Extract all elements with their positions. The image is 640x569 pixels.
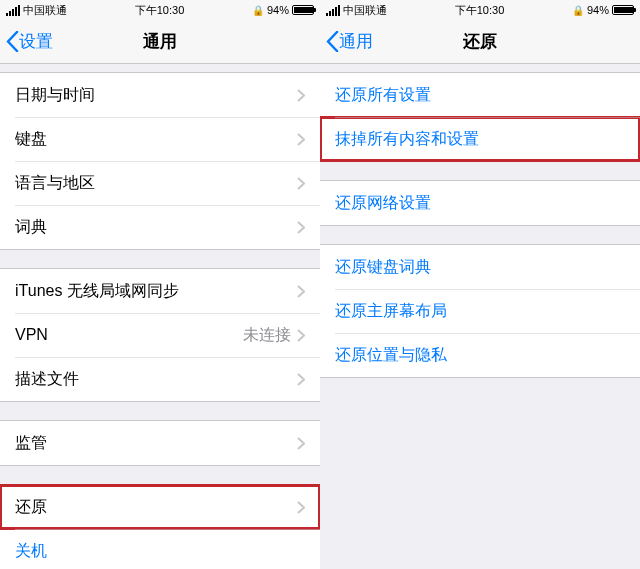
cell-reset-home-layout[interactable]: 还原主屏幕布局 [320, 289, 640, 333]
group-3: 监管 [0, 420, 320, 466]
lock-icon: 🔒 [252, 5, 264, 16]
nav-bar: 设置 通用 [0, 20, 320, 64]
cell-label: 日期与时间 [15, 85, 95, 106]
status-bar: 中国联通 下午10:30 🔒 94% [320, 0, 640, 20]
status-time: 下午10:30 [455, 3, 505, 18]
battery-icon [612, 5, 634, 15]
page-title: 通用 [143, 30, 177, 53]
signal-icon [6, 5, 20, 16]
group-2: 还原网络设置 [320, 180, 640, 226]
chevron-right-icon [297, 501, 305, 514]
cell-label: 词典 [15, 217, 47, 238]
cell-label: 还原键盘词典 [335, 257, 431, 278]
cell-regulatory[interactable]: 监管 [0, 421, 320, 465]
cell-label: 还原所有设置 [335, 85, 431, 106]
chevron-right-icon [297, 221, 305, 234]
group-4: 还原 关机 [0, 484, 320, 569]
chevron-right-icon [297, 177, 305, 190]
cell-label: 监管 [15, 433, 47, 454]
cell-label: VPN [15, 326, 48, 344]
chevron-right-icon [297, 133, 305, 146]
back-button[interactable]: 通用 [326, 30, 373, 53]
content: 还原所有设置 抹掉所有内容和设置 还原网络设置 还原键盘词典 还原主屏幕布局 还… [320, 64, 640, 569]
cell-label: 还原主屏幕布局 [335, 301, 447, 322]
carrier-label: 中国联通 [343, 3, 387, 18]
nav-bar: 通用 还原 [320, 20, 640, 64]
group-3: 还原键盘词典 还原主屏幕布局 还原位置与隐私 [320, 244, 640, 378]
cell-itunes-wifi-sync[interactable]: iTunes 无线局域网同步 [0, 269, 320, 313]
cell-reset-all-settings[interactable]: 还原所有设置 [320, 73, 640, 117]
cell-erase-all-content[interactable]: 抹掉所有内容和设置 [320, 117, 640, 161]
cell-label: 抹掉所有内容和设置 [335, 129, 479, 150]
back-label: 通用 [339, 30, 373, 53]
cell-reset-location-privacy[interactable]: 还原位置与隐私 [320, 333, 640, 377]
cell-label: 语言与地区 [15, 173, 95, 194]
cell-vpn[interactable]: VPN 未连接 [0, 313, 320, 357]
battery-pct: 94% [267, 4, 289, 16]
signal-icon [326, 5, 340, 16]
cell-shutdown[interactable]: 关机 [0, 529, 320, 569]
screen-reset: 中国联通 下午10:30 🔒 94% 通用 还原 还原所有设置 抹掉所有内容和设… [320, 0, 640, 569]
cell-label: 还原 [15, 497, 47, 518]
chevron-right-icon [297, 285, 305, 298]
cell-value: 未连接 [243, 325, 291, 346]
cell-reset-network[interactable]: 还原网络设置 [320, 181, 640, 225]
cell-dictionary[interactable]: 词典 [0, 205, 320, 249]
cell-label: 描述文件 [15, 369, 79, 390]
cell-label: iTunes 无线局域网同步 [15, 281, 179, 302]
cell-label: 还原网络设置 [335, 193, 431, 214]
back-label: 设置 [19, 30, 53, 53]
back-button[interactable]: 设置 [6, 30, 53, 53]
chevron-left-icon [6, 31, 19, 52]
chevron-right-icon [297, 329, 305, 342]
cell-language-region[interactable]: 语言与地区 [0, 161, 320, 205]
chevron-right-icon [297, 373, 305, 386]
cell-reset[interactable]: 还原 [0, 485, 320, 529]
cell-date-time[interactable]: 日期与时间 [0, 73, 320, 117]
lock-icon: 🔒 [572, 5, 584, 16]
cell-profile[interactable]: 描述文件 [0, 357, 320, 401]
cell-label: 关机 [15, 541, 47, 562]
chevron-right-icon [297, 89, 305, 102]
chevron-right-icon [297, 437, 305, 450]
page-title: 还原 [463, 30, 497, 53]
screen-general: 中国联通 下午10:30 🔒 94% 设置 通用 日期与时间 键盘 语言与 [0, 0, 320, 569]
content: 日期与时间 键盘 语言与地区 词典 iTunes 无线局域网同步 V [0, 64, 320, 569]
cell-reset-keyboard-dict[interactable]: 还原键盘词典 [320, 245, 640, 289]
group-1: 还原所有设置 抹掉所有内容和设置 [320, 72, 640, 162]
carrier-label: 中国联通 [23, 3, 67, 18]
cell-keyboard[interactable]: 键盘 [0, 117, 320, 161]
group-1: 日期与时间 键盘 语言与地区 词典 [0, 72, 320, 250]
chevron-left-icon [326, 31, 339, 52]
battery-pct: 94% [587, 4, 609, 16]
cell-label: 还原位置与隐私 [335, 345, 447, 366]
group-2: iTunes 无线局域网同步 VPN 未连接 描述文件 [0, 268, 320, 402]
status-time: 下午10:30 [135, 3, 185, 18]
battery-icon [292, 5, 314, 15]
status-bar: 中国联通 下午10:30 🔒 94% [0, 0, 320, 20]
cell-label: 键盘 [15, 129, 47, 150]
